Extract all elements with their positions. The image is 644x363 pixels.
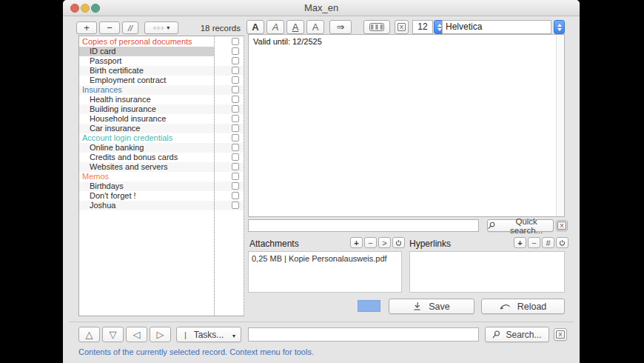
nav-right-button[interactable]: ▷ xyxy=(150,327,171,342)
row-checkbox[interactable] xyxy=(232,115,239,122)
font-name-field[interactable]: Helvetica xyxy=(442,20,551,34)
hyperlinks-action-button[interactable] xyxy=(556,237,568,248)
font-name-stepper[interactable] xyxy=(554,20,565,34)
reload-button[interactable]: Reload xyxy=(481,299,565,314)
row-checkbox[interactable] xyxy=(232,76,239,84)
record-text: Valid until: 12/2525 xyxy=(249,35,564,48)
quick-search-clear-button[interactable]: X xyxy=(556,220,568,231)
tasks-menu-button[interactable]: | Tasks... ▾ xyxy=(176,327,241,342)
list-item-row[interactable]: Don't forget ! xyxy=(79,191,244,201)
italic-button[interactable]: A xyxy=(266,20,284,34)
list-row-label: Online banking xyxy=(90,143,209,153)
row-checkbox[interactable] xyxy=(232,182,239,190)
hyperlinks-add-button[interactable]: + xyxy=(514,237,526,248)
insert-arrow-button[interactable]: ⇒ xyxy=(329,20,352,34)
attachments-list[interactable]: 0,25 MB | Kopie Personalausweis.pdf xyxy=(248,251,402,293)
add-record-button[interactable]: + xyxy=(76,21,97,34)
editor-scrollbar[interactable] xyxy=(556,35,564,216)
list-row-label: Health insurance xyxy=(90,95,209,104)
row-checkbox[interactable] xyxy=(232,173,239,180)
list-row-label: Account login credentials xyxy=(82,133,209,143)
search-clear-button[interactable]: X xyxy=(554,328,567,341)
list-category-row[interactable]: Memos xyxy=(79,172,244,182)
list-item-row[interactable]: Birthdays xyxy=(79,182,244,191)
row-checkbox[interactable] xyxy=(232,144,239,151)
row-checkbox[interactable] xyxy=(232,153,239,161)
hyperlinks-number-button[interactable]: # xyxy=(542,237,554,248)
list-item-row[interactable]: Birth certificate xyxy=(79,66,244,76)
list-item-row[interactable]: Credits and bonus cards xyxy=(79,153,244,162)
search-icon xyxy=(488,222,495,230)
list-row-label: Building insurance xyxy=(90,104,209,114)
attachment-item[interactable]: 0,25 MB | Kopie Personalausweis.pdf xyxy=(249,252,401,265)
hyperlinks-toolbar: +−# xyxy=(514,237,568,248)
underline-button[interactable]: A xyxy=(286,20,304,34)
list-row-label: Memos xyxy=(82,172,209,182)
nav-left-button[interactable]: ◁ xyxy=(126,327,147,342)
slashes-button[interactable]: // xyxy=(122,21,138,34)
row-checkbox[interactable] xyxy=(232,134,239,141)
row-checkbox[interactable] xyxy=(232,124,239,132)
row-checkbox[interactable] xyxy=(232,192,239,199)
list-item-row[interactable]: Building insurance xyxy=(79,104,244,114)
list-row-label: Don't forget ! xyxy=(90,191,209,201)
power-icon xyxy=(559,239,566,247)
attachments-add-button[interactable]: + xyxy=(350,237,363,248)
clear-format-button[interactable]: X xyxy=(395,20,409,34)
search-label: Search... xyxy=(506,330,541,340)
title-bar[interactable]: Max_en xyxy=(63,0,580,16)
hyperlinks-remove-button[interactable]: − xyxy=(528,237,540,248)
record-content-area[interactable]: Valid until: 12/2525 xyxy=(248,34,565,217)
nav-up-button[interactable]: △ xyxy=(78,327,100,342)
list-category-row[interactable]: Copies of personal documents xyxy=(79,37,244,47)
boxed-x-icon: X xyxy=(398,23,406,31)
list-item-row[interactable]: Household insurance xyxy=(79,114,244,124)
quick-search-label: Quick search... xyxy=(500,217,553,235)
row-checkbox[interactable] xyxy=(232,38,239,45)
plain-style-button[interactable]: A xyxy=(306,20,324,34)
row-checkbox[interactable] xyxy=(232,105,239,113)
pipe-icon: | xyxy=(184,330,187,339)
row-checkbox[interactable] xyxy=(232,47,239,55)
quick-search-button[interactable]: Quick search... xyxy=(487,219,554,232)
row-checkbox[interactable] xyxy=(232,57,239,64)
attachments-action-button[interactable] xyxy=(392,237,405,248)
search-icon xyxy=(492,330,500,339)
list-category-row[interactable]: Account login credentials xyxy=(79,133,244,143)
row-checkbox[interactable] xyxy=(232,86,239,93)
records-list[interactable]: Copies of personal documentsID cardPassp… xyxy=(78,36,244,316)
list-row-label: Birthdays xyxy=(90,182,209,191)
list-item-row[interactable]: Passport xyxy=(79,56,244,66)
list-item-row[interactable]: Employment contract xyxy=(79,76,244,85)
row-checkbox[interactable] xyxy=(232,163,239,170)
list-item-row[interactable]: Joshua xyxy=(79,201,244,210)
remove-record-button[interactable]: − xyxy=(99,21,120,34)
font-size-field[interactable]: 12 xyxy=(412,20,433,34)
attachments-remove-button[interactable]: − xyxy=(364,237,377,248)
row-checkbox[interactable] xyxy=(232,67,239,74)
list-item-row[interactable]: Online banking xyxy=(79,143,244,153)
list-item-row[interactable]: Car insurance xyxy=(79,124,244,133)
reload-arrow-icon xyxy=(500,302,511,310)
table-button[interactable] xyxy=(363,20,390,34)
row-checkbox[interactable] xyxy=(232,202,239,209)
quick-search-input[interactable] xyxy=(248,219,479,232)
attachments-open-button[interactable]: > xyxy=(378,237,391,248)
divider xyxy=(69,322,574,322)
window-title: Max_en xyxy=(63,2,580,13)
save-button[interactable]: Save xyxy=(389,299,474,314)
bold-button[interactable]: A xyxy=(246,20,264,34)
list-row-label: Copies of personal documents xyxy=(82,37,209,47)
list-category-row[interactable]: Insurances xyxy=(79,85,244,95)
row-checkbox[interactable] xyxy=(232,96,239,103)
list-item-row[interactable]: Health insurance xyxy=(79,95,244,104)
list-row-label: Household insurance xyxy=(90,114,209,124)
nav-down-button[interactable]: ▽ xyxy=(102,327,124,342)
search-button[interactable]: Search... xyxy=(485,327,549,342)
list-item-row[interactable]: Websites and servers xyxy=(79,162,244,172)
list-item-row[interactable]: ID card xyxy=(79,47,244,56)
search-input[interactable] xyxy=(248,327,479,342)
hyperlinks-list[interactable] xyxy=(409,251,565,293)
list-row-label: Employment contract xyxy=(90,76,209,85)
app-window: Max_en + − // ○○○ ▾ 18 records A A A A ⇒… xyxy=(63,0,580,363)
